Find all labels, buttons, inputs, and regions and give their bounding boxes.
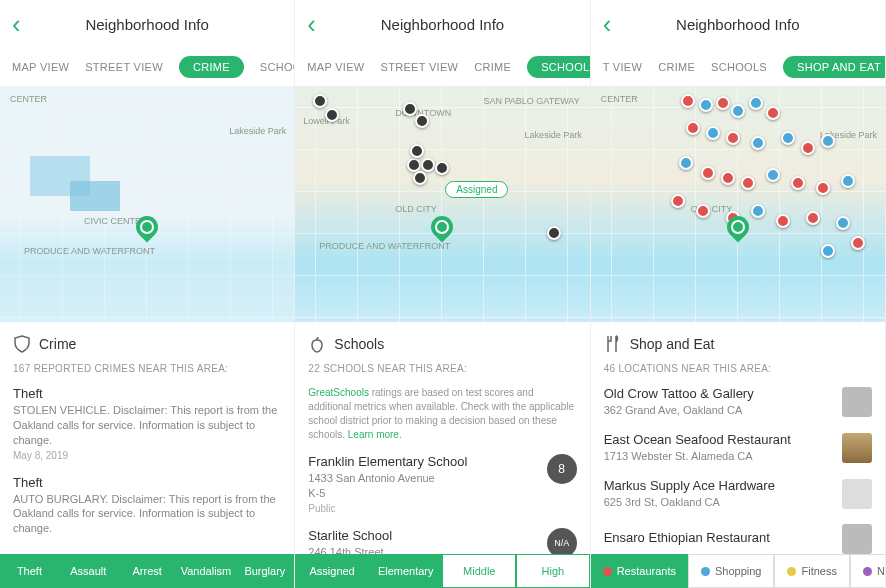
- poi-marker[interactable]: [671, 194, 685, 208]
- poi-marker[interactable]: [731, 104, 745, 118]
- header: ‹ Neighborhood Info: [0, 0, 294, 48]
- location-item[interactable]: Old Crow Tattoo & Gallery362 Grand Ave, …: [604, 386, 872, 418]
- location-item[interactable]: Markus Supply Ace Hardware625 3rd St, Oa…: [604, 478, 872, 510]
- filter-arrest[interactable]: Arrest: [118, 554, 177, 588]
- poi-marker[interactable]: [806, 211, 820, 225]
- map-crime[interactable]: CENTER CIVIC CENTER PRODUCE AND WATERFRO…: [0, 86, 294, 322]
- poi-marker[interactable]: [686, 121, 700, 135]
- poi-marker[interactable]: [699, 98, 713, 112]
- map-schools[interactable]: Lowell Park DOWNTOWN SAN PABLO GATEWAY L…: [295, 86, 589, 322]
- map-label: PRODUCE AND WATERFRONT: [24, 246, 155, 256]
- crime-item[interactable]: Theft STOLEN VEHICLE. Disclaimer: This r…: [13, 386, 281, 461]
- tab-crime[interactable]: CRIME: [658, 61, 695, 73]
- tab-schools[interactable]: SCHOOLS: [527, 56, 589, 78]
- tab-crime[interactable]: CRIME: [474, 61, 511, 73]
- legend-nightlife[interactable]: Nightlife: [850, 554, 885, 588]
- poi-marker[interactable]: [706, 126, 720, 140]
- poi-marker[interactable]: [801, 141, 815, 155]
- poi-marker[interactable]: [716, 96, 730, 110]
- school-type: Public: [308, 503, 536, 514]
- tab-map[interactable]: MAP VIEW: [12, 61, 69, 73]
- poi-marker[interactable]: [766, 106, 780, 120]
- filter-vandalism[interactable]: Vandalism: [177, 554, 236, 588]
- filter-assigned[interactable]: Assigned: [295, 554, 369, 588]
- section-title: Crime: [39, 336, 76, 352]
- tab-street[interactable]: STREET VIEW: [381, 61, 459, 73]
- poi-marker[interactable]: [741, 176, 755, 190]
- poi-marker[interactable]: [726, 131, 740, 145]
- poi-marker[interactable]: [751, 204, 765, 218]
- school-item[interactable]: Franklin Elementary School 1433 San Anto…: [308, 454, 576, 514]
- location-count: 46 LOCATIONS NEAR THIS AREA:: [604, 363, 872, 374]
- legend-shopping[interactable]: Shopping: [688, 554, 775, 588]
- crime-item[interactable]: Theft AUTO BURGLARY. Disclaimer: This re…: [13, 475, 281, 537]
- poi-marker[interactable]: [776, 214, 790, 228]
- poi-marker[interactable]: [821, 244, 835, 258]
- poi-marker[interactable]: [781, 131, 795, 145]
- legend-dot: [701, 567, 710, 576]
- legend-dot: [603, 567, 612, 576]
- tab-shop[interactable]: SHOP AND EAT: [783, 56, 885, 78]
- loc-thumb: [842, 433, 872, 463]
- loc-addr: 362 Grand Ave, Oakland CA: [604, 403, 832, 418]
- page-title: Neighborhood Info: [295, 16, 589, 33]
- crime-heat: [70, 181, 120, 211]
- tab-map[interactable]: MAP VIEW: [307, 61, 364, 73]
- school-count: 22 SCHOOLS NEAR THIS AREA:: [308, 363, 576, 374]
- utensils-icon: [604, 335, 622, 353]
- poi-marker[interactable]: [681, 94, 695, 108]
- poi-marker[interactable]: [791, 176, 805, 190]
- tab-street[interactable]: STREET VIEW: [85, 61, 163, 73]
- crime-filters: Theft Assault Arrest Vandalism Burglary: [0, 554, 294, 588]
- filter-middle[interactable]: Middle: [442, 554, 516, 588]
- filter-theft[interactable]: Theft: [0, 554, 59, 588]
- back-icon[interactable]: ‹: [603, 9, 612, 40]
- poi-marker[interactable]: [816, 181, 830, 195]
- tab-schools[interactable]: SCHOOLS: [711, 61, 767, 73]
- section-title: Shop and Eat: [630, 336, 715, 352]
- poi-marker[interactable]: [696, 204, 710, 218]
- poi-marker[interactable]: [841, 174, 855, 188]
- assigned-badge[interactable]: Assigned: [445, 181, 508, 198]
- loc-name: Old Crow Tattoo & Gallery: [604, 386, 832, 401]
- poi-marker[interactable]: [851, 236, 865, 250]
- poi-marker[interactable]: [821, 134, 835, 148]
- back-icon[interactable]: ‹: [307, 9, 316, 40]
- loc-thumb: [842, 479, 872, 509]
- location-item[interactable]: East Ocean Seafood Restaurant1713 Webste…: [604, 432, 872, 464]
- school-score: 8: [547, 454, 577, 484]
- filter-elementary[interactable]: Elementary: [369, 554, 443, 588]
- poi-marker[interactable]: [836, 216, 850, 230]
- legend-fitness[interactable]: Fitness: [774, 554, 849, 588]
- filter-high[interactable]: High: [516, 554, 590, 588]
- poi-marker[interactable]: [751, 136, 765, 150]
- poi-marker[interactable]: [679, 156, 693, 170]
- screen-schools: ‹ Neighborhood Info MAP VIEW STREET VIEW…: [295, 0, 590, 588]
- map-roads: [591, 86, 885, 322]
- map-roads: [0, 86, 294, 322]
- map-shop[interactable]: CENTER Lakeside Park OLD CITY: [591, 86, 885, 322]
- loc-name: Markus Supply Ace Hardware: [604, 478, 832, 493]
- map-label: SAN PABLO GATEWAY: [483, 96, 579, 106]
- poi-marker[interactable]: [701, 166, 715, 180]
- poi-marker[interactable]: [721, 171, 735, 185]
- gs-link[interactable]: GreatSchools: [308, 387, 369, 398]
- loc-name: Ensaro Ethiopian Restaurant: [604, 530, 832, 545]
- crime-desc: STOLEN VEHICLE. Disclaimer: This report …: [13, 403, 281, 448]
- map-label: OLD CITY: [395, 204, 437, 214]
- shop-legend: Restaurants Shopping Fitness Nightlife: [591, 554, 885, 588]
- location-item[interactable]: Ensaro Ethiopian Restaurant: [604, 524, 872, 554]
- schools-panel: Schools 22 SCHOOLS NEAR THIS AREA: Great…: [295, 322, 589, 588]
- learn-more-link[interactable]: Learn more.: [348, 429, 402, 440]
- poi-marker[interactable]: [749, 96, 763, 110]
- tab-crime[interactable]: CRIME: [179, 56, 244, 78]
- legend-restaurants[interactable]: Restaurants: [591, 554, 688, 588]
- map-label: Lakeside Park: [229, 126, 286, 136]
- back-icon[interactable]: ‹: [12, 9, 21, 40]
- filter-burglary[interactable]: Burglary: [235, 554, 294, 588]
- crime-type: Theft: [13, 386, 281, 401]
- tab-street[interactable]: T VIEW: [603, 61, 643, 73]
- filter-assault[interactable]: Assault: [59, 554, 118, 588]
- poi-marker[interactable]: [766, 168, 780, 182]
- tab-schools[interactable]: SCHOOLS: [260, 61, 294, 73]
